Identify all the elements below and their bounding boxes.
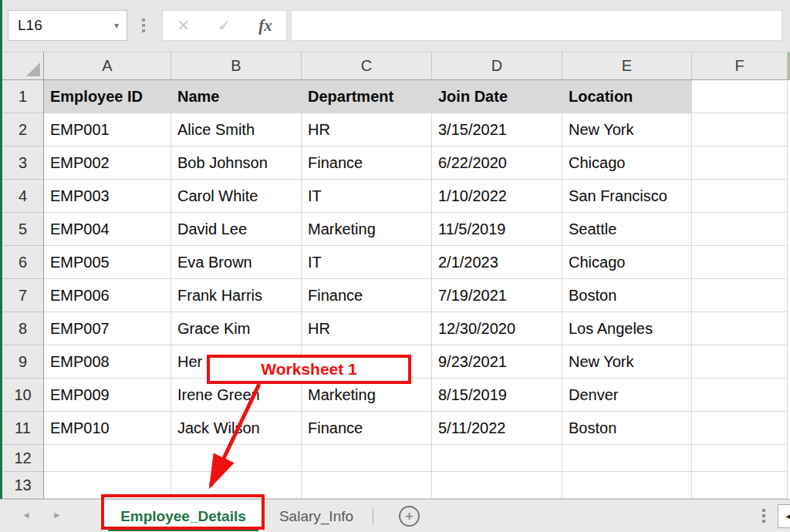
cancel-icon[interactable]: ✕ [177,16,190,35]
column-header-E[interactable]: E [562,52,692,80]
cell-F10[interactable] [692,379,788,412]
cell-C3[interactable]: Finance [302,146,432,180]
cell-D7[interactable]: 7/19/2021 [432,279,562,312]
cell-E5[interactable]: Seattle [562,213,692,246]
cell-A4[interactable]: EMP003 [44,180,171,213]
cell-B5[interactable]: David Lee [171,213,302,246]
cell-D8[interactable]: 12/30/2020 [432,312,562,345]
cell-B3[interactable]: Bob Johnson [171,146,302,180]
cell-D3[interactable]: 6/22/2020 [432,146,562,180]
cell-C13[interactable] [302,472,432,499]
row-header-10[interactable]: 10 [2,379,44,412]
cell-D10[interactable]: 8/15/2019 [432,379,562,412]
row-header-2[interactable]: 2 [2,113,44,146]
cell-F3[interactable] [692,146,788,180]
column-header-F[interactable]: F [692,52,788,80]
cell-B1[interactable]: Name [171,80,302,113]
name-box-dropdown-icon[interactable]: ▾ [114,20,119,31]
cell-F12[interactable] [692,445,788,472]
cell-A12[interactable] [44,445,171,472]
add-sheet-button[interactable]: + [399,506,420,527]
column-header-C[interactable]: C [302,52,432,80]
cell-A7[interactable]: EMP006 [44,279,171,312]
cell-C6[interactable]: IT [302,246,432,279]
enter-icon[interactable]: ✓ [218,16,231,35]
row-header-12[interactable]: 12 [2,445,44,472]
cell-F8[interactable] [692,312,788,345]
cell-E7[interactable]: Boston [562,279,692,312]
cell-E6[interactable]: Chicago [562,246,692,279]
row-header-5[interactable]: 5 [2,213,44,246]
cell-C2[interactable]: HR [302,113,432,146]
cell-E3[interactable]: Chicago [562,146,692,180]
cell-E13[interactable] [562,472,692,499]
cell-D9[interactable]: 9/23/2021 [432,345,562,379]
cell-C11[interactable]: Finance [302,412,432,445]
cell-F1[interactable] [692,80,788,113]
row-header-4[interactable]: 4 [2,180,44,213]
name-box[interactable]: L16 ▾ [8,10,127,41]
cell-A2[interactable]: EMP001 [44,113,171,146]
cell-D6[interactable]: 2/1/2023 [432,246,562,279]
row-header-11[interactable]: 11 [2,412,44,445]
cell-E4[interactable]: San Francisco [562,180,692,213]
cell-A11[interactable]: EMP010 [44,412,171,445]
cell-E11[interactable]: Boston [562,412,692,445]
cell-C1[interactable]: Department [302,80,432,113]
column-header-D[interactable]: D [432,52,562,80]
cell-D13[interactable] [432,472,562,499]
cell-E8[interactable]: Los Angeles [562,312,692,345]
cell-C7[interactable]: Finance [302,279,432,312]
cell-C4[interactable]: IT [302,180,432,213]
sheet-nav-right-icon[interactable]: ► [52,510,62,520]
row-header-6[interactable]: 6 [2,246,44,279]
cell-B6[interactable]: Eva Brown [171,246,302,279]
cell-B4[interactable]: Carol White [171,180,302,213]
sheet-nav-left-icon[interactable]: ◄ [22,510,31,520]
row-header-7[interactable]: 7 [2,279,44,312]
cell-F7[interactable] [692,279,788,312]
cell-F6[interactable] [692,246,788,279]
cell-A1[interactable]: Employee ID [44,80,171,113]
cell-A3[interactable]: EMP002 [44,146,171,180]
cell-D2[interactable]: 3/15/2021 [432,113,562,146]
cell-B8[interactable]: Grace Kim [171,312,302,345]
sheet-tab-salary-info[interactable]: Salary_Info [262,500,370,532]
row-header-13[interactable]: 13 [2,472,44,499]
row-header-1[interactable]: 1 [2,80,44,113]
cell-E10[interactable]: Denver [562,379,692,412]
cell-E12[interactable] [562,445,692,472]
cell-E1[interactable]: Location [562,80,692,113]
cell-C5[interactable]: Marketing [302,213,432,246]
cell-D12[interactable] [432,445,562,472]
cell-F13[interactable] [692,472,788,499]
column-header-A[interactable]: A [44,52,171,80]
formula-input[interactable] [291,10,782,41]
column-header-B[interactable]: B [171,52,302,80]
cell-C12[interactable] [302,445,432,472]
cell-F9[interactable] [692,345,788,379]
cell-F5[interactable] [692,213,788,246]
select-all-corner[interactable] [2,52,44,80]
cell-D5[interactable]: 11/5/2019 [432,213,562,246]
cell-C8[interactable]: HR [302,312,432,345]
cell-E9[interactable]: New York [562,345,692,379]
cell-D1[interactable]: Join Date [432,80,562,113]
cell-A9[interactable]: EMP008 [44,345,171,379]
cell-A6[interactable]: EMP005 [44,246,171,279]
cell-D4[interactable]: 1/10/2022 [432,180,562,213]
cell-F2[interactable] [692,113,788,146]
cell-F4[interactable] [692,180,788,213]
cell-D11[interactable]: 5/11/2022 [432,412,562,445]
row-header-9[interactable]: 9 [2,345,44,379]
cell-E2[interactable]: New York [562,113,692,146]
cell-A5[interactable]: EMP004 [44,213,171,246]
cell-A10[interactable]: EMP009 [44,379,171,412]
row-header-8[interactable]: 8 [2,312,44,345]
cell-B2[interactable]: Alice Smith [171,113,302,146]
horizontal-scroll-left-button[interactable]: ◄ [778,504,790,528]
cell-A8[interactable]: EMP007 [44,312,171,345]
cell-B7[interactable]: Frank Harris [171,279,302,312]
cell-F11[interactable] [692,412,788,445]
row-header-3[interactable]: 3 [2,146,44,180]
